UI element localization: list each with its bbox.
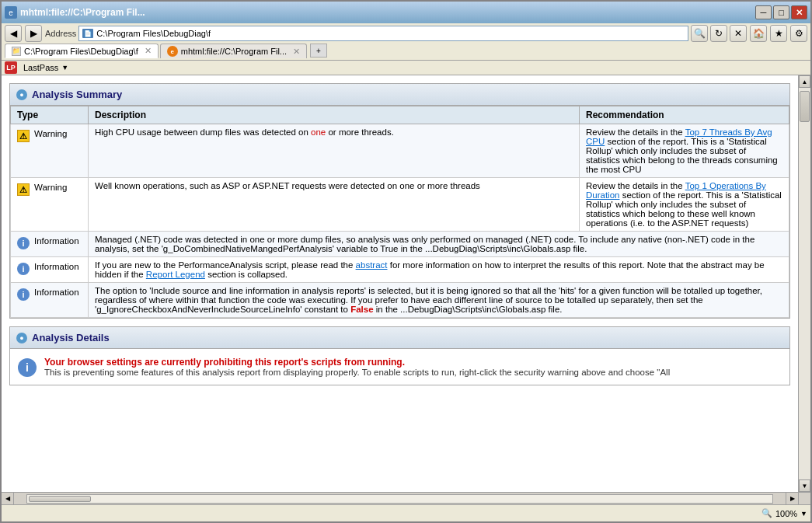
row1-rec-text: Review the details in the Top 7 Threads … xyxy=(586,127,778,174)
nav-bar: ◀ ▶ Address 📄 C:\Program Files\DebugDiag… xyxy=(5,25,807,42)
table-row: i Information Managed (.NET) code was de… xyxy=(11,232,789,257)
table-row: ⚠ Warning High CPU usage between dump fi… xyxy=(11,124,789,178)
lastpass-label: LastPass xyxy=(23,63,58,72)
tab1-label: C:\Program Files\DebugDiag\f xyxy=(24,47,138,56)
tab1-close[interactable]: ✕ xyxy=(145,46,152,56)
row4-description: If you are new to the PerformanceAnalysi… xyxy=(95,260,765,279)
lastpass-dropdown-icon: ▼ xyxy=(61,64,68,71)
tab-1[interactable]: 📁 C:\Program Files\DebugDiag\f ✕ xyxy=(5,44,159,58)
stop-button[interactable]: ✕ xyxy=(730,25,747,42)
search-icon[interactable]: 🔍 xyxy=(691,25,708,42)
tab-2[interactable]: e mhtml:file://C:\Program Fil... ✕ xyxy=(160,44,307,58)
home-button[interactable]: 🏠 xyxy=(750,25,767,42)
scroll-up-button[interactable]: ▲ xyxy=(799,75,810,88)
row1-type-content: ⚠ Warning xyxy=(17,127,82,142)
row2-desc-cell: Well known operations, such as ASP or AS… xyxy=(89,178,580,232)
row5-type-label: Information xyxy=(34,288,79,297)
browser-warning-container: i Your browser settings are currently pr… xyxy=(10,349,789,385)
scrollable-content[interactable]: ● Analysis Summary Type Description Reco… xyxy=(2,75,798,492)
zoom-level: 100% xyxy=(775,509,797,518)
close-button[interactable]: ✕ xyxy=(791,5,807,19)
info-icon-2: i xyxy=(17,263,30,275)
lastpass-menu[interactable]: LastPass ▼ xyxy=(19,61,73,74)
scroll-thumb[interactable] xyxy=(800,91,810,122)
scroll-track[interactable] xyxy=(799,88,810,479)
row4-type-cell: i Information xyxy=(11,257,89,283)
row3-type-content: i Information xyxy=(17,235,82,249)
zoom-icon: 🔍 xyxy=(761,508,772,518)
zoom-control[interactable]: 🔍 100% ▼ xyxy=(761,508,807,518)
browser-window: e mhtml:file://C:\Program Fil... ─ □ ✕ ◀… xyxy=(0,0,812,523)
col-desc-header: Description xyxy=(89,106,580,124)
browser-warning-text: Your browser settings are currently proh… xyxy=(44,357,670,377)
new-tab-button[interactable]: + xyxy=(310,44,327,58)
browser-warning-normal: This is preventing some features of this… xyxy=(44,368,670,377)
address-label: Address xyxy=(45,29,76,38)
title-bar-left: e mhtml:file://C:\Program Fil... xyxy=(5,6,145,19)
row1-rec-cell: Review the details in the Top 7 Threads … xyxy=(580,124,789,178)
scroll-corner xyxy=(798,493,810,504)
horizontal-scrollbar-area[interactable]: ◀ ▶ xyxy=(2,492,810,504)
analysis-details-title: Analysis Details xyxy=(32,332,110,343)
tab2-label: mhtml:file://C:\Program Fil... xyxy=(181,47,287,56)
summary-section-icon: ● xyxy=(16,89,27,100)
title-bar: e mhtml:file://C:\Program Fil... ─ □ ✕ xyxy=(2,2,810,23)
analysis-details-section: ● Analysis Details i Your browser settin… xyxy=(9,326,790,385)
row5-description: The option to 'Include source and line i… xyxy=(95,286,762,314)
row1-type-cell: ⚠ Warning xyxy=(11,124,89,178)
forward-button[interactable]: ▶ xyxy=(25,25,42,42)
browser-toolbar: ◀ ▶ Address 📄 C:\Program Files\DebugDiag… xyxy=(2,23,810,61)
col-rec-header: Recommendation xyxy=(580,106,789,124)
vertical-scrollbar[interactable]: ▲ ▼ xyxy=(798,75,810,492)
row5-type-content: i Information xyxy=(17,286,82,301)
row3-description: Managed (.NET) code was detected in one … xyxy=(95,235,754,253)
row2-type-label: Warning xyxy=(34,183,67,192)
warning-icon-1: ⚠ xyxy=(17,130,30,142)
menu-bar: LP LastPass ▼ xyxy=(2,61,810,75)
row2-description: Well known operations, such as ASP or AS… xyxy=(95,181,480,190)
top1operations-link[interactable]: Top 1 Operations By Duration xyxy=(586,181,766,200)
abstract-link[interactable]: abstract xyxy=(356,260,388,270)
table-row: i Information The option to 'Include sou… xyxy=(11,283,789,318)
minimize-button[interactable]: ─ xyxy=(755,5,772,19)
main-layout: ● Analysis Summary Type Description Reco… xyxy=(2,75,810,492)
details-section-icon: ● xyxy=(16,333,27,343)
row2-rec-text: Review the details in the Top 1 Operatio… xyxy=(586,181,782,228)
analysis-summary-section: ● Analysis Summary Type Description Reco… xyxy=(9,83,790,319)
info-icon-1: i xyxy=(17,237,30,249)
browser-warning-bold: Your browser settings are currently proh… xyxy=(44,357,670,368)
tools-button[interactable]: ⚙ xyxy=(790,25,807,42)
row3-desc-cell: Managed (.NET) code was detected in one … xyxy=(89,232,789,257)
row5-type-cell: i Information xyxy=(11,283,89,318)
window-title: mhtml:file://C:\Program Fil... xyxy=(20,7,145,18)
address-text: C:\Program Files\DebugDiag\f xyxy=(96,29,211,38)
window-controls: ─ □ ✕ xyxy=(755,5,807,19)
lastpass-icon: LP xyxy=(5,61,17,74)
row2-type-cell: ⚠ Warning xyxy=(11,178,89,232)
zoom-dropdown-icon[interactable]: ▼ xyxy=(800,510,807,518)
report-legend-link[interactable]: Report Legend xyxy=(146,270,205,279)
favorites-button[interactable]: ★ xyxy=(770,25,787,42)
tab2-close[interactable]: ✕ xyxy=(293,47,300,57)
tab2-icon: e xyxy=(167,46,178,57)
table-row: i Information If you are new to the Perf… xyxy=(11,257,789,283)
status-bar: 🔍 100% ▼ xyxy=(2,504,810,521)
row2-rec-cell: Review the details in the Top 1 Operatio… xyxy=(580,178,789,232)
tabs-row: 📁 C:\Program Files\DebugDiag\f ✕ e mhtml… xyxy=(5,44,807,58)
tab1-icon: 📁 xyxy=(12,47,21,56)
scroll-right-button[interactable]: ▶ xyxy=(786,493,798,504)
analysis-summary-title: Analysis Summary xyxy=(32,89,122,100)
address-bar[interactable]: 📄 C:\Program Files\DebugDiag\f xyxy=(78,26,688,41)
back-button[interactable]: ◀ xyxy=(5,25,22,42)
scroll-left-button[interactable]: ◀ xyxy=(2,493,14,504)
table-row: ⚠ Warning Well known operations, such as… xyxy=(11,178,789,232)
refresh-button[interactable]: ↻ xyxy=(710,25,727,42)
false-text: False xyxy=(350,305,373,314)
scroll-down-button[interactable]: ▼ xyxy=(799,479,810,492)
restore-button[interactable]: □ xyxy=(773,5,789,19)
h-scroll-track[interactable] xyxy=(26,494,773,504)
top7threads-link[interactable]: Top 7 Threads By Avg CPU xyxy=(586,127,772,146)
row4-type-label: Information xyxy=(34,262,79,271)
row1-description: High CPU usage between dump files was de… xyxy=(95,127,394,137)
h-scroll-thumb[interactable] xyxy=(29,496,91,502)
